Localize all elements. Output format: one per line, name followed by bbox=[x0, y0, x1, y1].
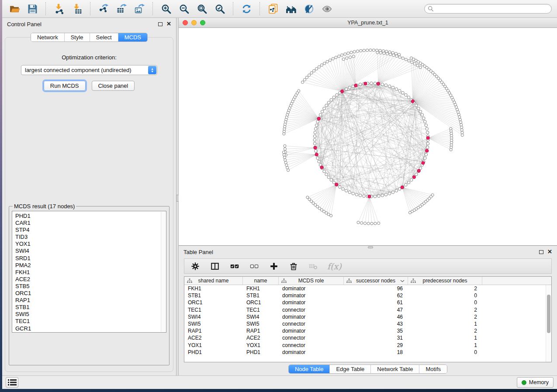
zoom-selected-button[interactable] bbox=[213, 2, 227, 16]
add-column-button[interactable] bbox=[268, 261, 280, 272]
cell-predecessor-nodes[interactable]: 0 bbox=[408, 292, 482, 299]
zoom-in-button[interactable] bbox=[159, 2, 173, 16]
cell-shared-name[interactable]: YOX1 bbox=[184, 342, 243, 348]
mcds-result-item[interactable]: STB1 bbox=[15, 304, 160, 311]
cell-shared-name[interactable]: PHD1 bbox=[184, 349, 243, 355]
maximize-window-icon[interactable] bbox=[200, 20, 205, 25]
houses-button[interactable] bbox=[284, 2, 298, 16]
cell-name[interactable]: YOX1 bbox=[243, 342, 279, 348]
cell-successor-nodes[interactable]: 29 bbox=[344, 342, 408, 348]
eye-button[interactable] bbox=[320, 2, 334, 16]
tab-edge-table[interactable]: Edge Table bbox=[329, 365, 370, 373]
apply-function-button[interactable]: f(x) bbox=[327, 261, 342, 272]
cell-name[interactable]: PHD1 bbox=[243, 349, 279, 355]
tab-network[interactable]: Network bbox=[31, 33, 64, 41]
cell-name[interactable]: TEC1 bbox=[243, 307, 279, 313]
tab-select[interactable]: Select bbox=[90, 33, 118, 41]
cell-successor-nodes[interactable]: 35 bbox=[344, 328, 408, 334]
mcds-result-item[interactable]: PMA2 bbox=[15, 262, 160, 269]
cell-mcds-role[interactable]: connector bbox=[279, 342, 344, 348]
export-network-button[interactable] bbox=[97, 2, 111, 16]
cell-predecessor-nodes[interactable]: 2 bbox=[408, 328, 482, 334]
cell-predecessor-nodes[interactable]: 2 bbox=[408, 285, 482, 292]
mcds-result-item[interactable]: TEC1 bbox=[15, 318, 160, 325]
cell-mcds-role[interactable]: connector bbox=[279, 321, 344, 327]
export-image-button[interactable] bbox=[132, 2, 146, 16]
save-session-button[interactable] bbox=[25, 2, 39, 16]
cell-predecessor-nodes[interactable]: 0 bbox=[408, 349, 482, 355]
cell-mcds-role[interactable]: connector bbox=[279, 307, 344, 313]
network-canvas[interactable] bbox=[179, 28, 557, 245]
minimize-window-icon[interactable] bbox=[191, 20, 197, 25]
split-pane-button[interactable] bbox=[209, 261, 221, 272]
cell-successor-nodes[interactable]: 61 bbox=[344, 299, 408, 306]
show-panels-button[interactable] bbox=[6, 377, 18, 388]
export-table-button[interactable] bbox=[114, 2, 128, 16]
cell-successor-nodes[interactable]: 62 bbox=[344, 292, 408, 299]
mcds-result-item[interactable]: RAP1 bbox=[15, 297, 160, 304]
cell-name[interactable]: RAP1 bbox=[243, 328, 279, 334]
mcds-result-item[interactable]: PHD1 bbox=[15, 213, 160, 220]
delete-column-button[interactable] bbox=[288, 261, 299, 272]
cell-shared-name[interactable]: SWI4 bbox=[184, 314, 243, 320]
cell-name[interactable]: SWI4 bbox=[243, 314, 279, 320]
refresh-button[interactable] bbox=[239, 2, 253, 16]
cell-predecessor-nodes[interactable]: 0 bbox=[408, 299, 482, 306]
cell-successor-nodes[interactable]: 31 bbox=[344, 335, 408, 341]
cell-mcds-role[interactable]: dominator bbox=[279, 292, 344, 299]
table-scrollbar-thumb[interactable] bbox=[547, 295, 550, 333]
cell-name[interactable]: SWI5 bbox=[243, 321, 279, 327]
hide-annotations-button[interactable] bbox=[302, 2, 316, 16]
import-network-button[interactable] bbox=[52, 2, 66, 16]
close-table-panel-icon[interactable]: ✕ bbox=[547, 250, 552, 254]
open-file-button[interactable] bbox=[7, 2, 21, 16]
mcds-result-item[interactable]: SRD1 bbox=[15, 255, 160, 262]
zoom-fit-button[interactable] bbox=[195, 2, 209, 16]
mcds-result-item[interactable]: STP4 bbox=[15, 227, 160, 234]
cell-mcds-role[interactable]: dominator bbox=[279, 328, 344, 334]
delete-table-button[interactable] bbox=[308, 261, 319, 272]
cell-shared-name[interactable]: STB1 bbox=[184, 292, 243, 299]
column-header-predecessor-nodes[interactable]: predecessor nodes bbox=[408, 277, 482, 285]
tab-node-table[interactable]: Node Table bbox=[289, 365, 330, 373]
tab-style[interactable]: Style bbox=[64, 33, 90, 41]
cell-successor-nodes[interactable]: 46 bbox=[344, 314, 408, 320]
column-header-successor-nodes[interactable]: successor nodes bbox=[344, 277, 408, 285]
cell-shared-name[interactable]: RAP1 bbox=[184, 328, 243, 334]
cell-shared-name[interactable]: TEC1 bbox=[184, 307, 243, 313]
cell-shared-name[interactable]: ACE2 bbox=[184, 335, 243, 341]
mcds-result-item[interactable]: TID3 bbox=[15, 234, 160, 241]
run-mcds-button[interactable]: Run MCDS bbox=[44, 81, 86, 91]
cell-predecessor-nodes[interactable]: 2 bbox=[408, 307, 482, 313]
mcds-result-item[interactable]: SWI5 bbox=[15, 311, 160, 318]
cell-shared-name[interactable]: SWI5 bbox=[184, 321, 243, 327]
cell-name[interactable]: FKH1 bbox=[243, 285, 279, 292]
float-panel-icon[interactable] bbox=[158, 22, 163, 26]
mcds-result-item[interactable]: CAR1 bbox=[15, 220, 160, 227]
tab-mcds[interactable]: MCDS bbox=[118, 33, 147, 41]
mcds-result-item[interactable]: STB5 bbox=[15, 283, 160, 290]
mcds-result-item[interactable]: ACE2 bbox=[15, 276, 160, 283]
select-all-button[interactable] bbox=[229, 261, 240, 272]
cell-mcds-role[interactable]: dominator bbox=[279, 349, 344, 355]
cell-successor-nodes[interactable]: 47 bbox=[344, 307, 408, 313]
cell-successor-nodes[interactable]: 18 bbox=[344, 349, 408, 355]
tab-network-table[interactable]: Network Table bbox=[370, 365, 419, 373]
zoom-out-button[interactable] bbox=[177, 2, 191, 16]
cell-predecessor-nodes[interactable]: 1 bbox=[408, 335, 482, 341]
cell-successor-nodes[interactable]: 96 bbox=[344, 285, 408, 292]
cell-name[interactable]: STB1 bbox=[243, 292, 279, 299]
column-header-shared-name[interactable]: shared name bbox=[184, 277, 243, 285]
cell-shared-name[interactable]: ORC1 bbox=[184, 299, 243, 306]
float-table-panel-icon[interactable] bbox=[539, 250, 543, 254]
mcds-result-item[interactable]: GCR1 bbox=[15, 325, 160, 332]
horizontal-splitter-grip[interactable] bbox=[368, 246, 373, 248]
mcds-result-item[interactable]: ORC1 bbox=[15, 290, 160, 297]
mcds-result-item[interactable]: FKH1 bbox=[15, 269, 160, 276]
search-input[interactable] bbox=[424, 4, 552, 14]
mcds-result-item[interactable]: SWI4 bbox=[15, 248, 160, 254]
memory-button[interactable]: Memory bbox=[517, 377, 554, 388]
tab-motifs[interactable]: Motifs bbox=[419, 365, 447, 373]
close-window-icon[interactable] bbox=[183, 20, 188, 25]
cell-shared-name[interactable]: FKH1 bbox=[184, 285, 243, 292]
